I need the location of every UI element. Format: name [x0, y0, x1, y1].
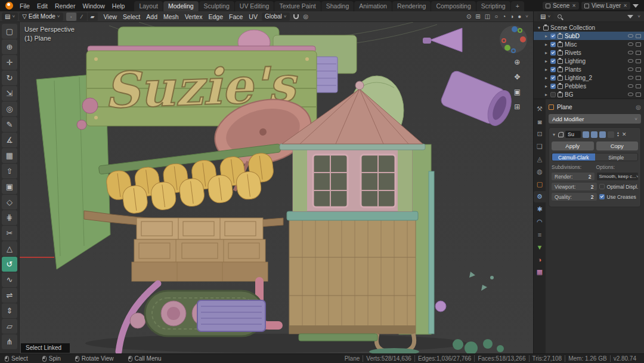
- collection-checkbox[interactable]: [550, 84, 556, 89]
- vertex-select-mode-button[interactable]: ∙: [66, 13, 76, 21]
- outliner-row-pebbles[interactable]: ▸ Pebbles: [534, 82, 644, 90]
- use-creases-checkbox[interactable]: [599, 194, 605, 199]
- collection-checkbox[interactable]: [550, 33, 556, 39]
- transform-orientation-select[interactable]: Global ˅: [262, 13, 290, 21]
- viewport-menu-edge[interactable]: Edge: [205, 13, 226, 20]
- viewport-menu-uv[interactable]: UV: [246, 13, 261, 20]
- apply-button[interactable]: Apply: [552, 141, 594, 150]
- camera-view-icon[interactable]: ▣: [514, 88, 521, 96]
- workspace-tab[interactable]: Sculpting: [199, 1, 234, 11]
- optimal-display-checkbox[interactable]: [599, 184, 605, 189]
- reorder-modifier-icons[interactable]: ▴▾: [617, 131, 619, 137]
- overlays-icon[interactable]: ⊞: [475, 13, 480, 20]
- outliner-row-lighting[interactable]: ▸ Lighting: [534, 57, 644, 65]
- hide-viewport-eye-icon[interactable]: [628, 34, 633, 38]
- filter-icon[interactable]: [633, 4, 639, 8]
- menu-window[interactable]: Window: [79, 2, 108, 10]
- scene-tab[interactable]: ◬: [534, 153, 546, 165]
- disclosure-icon[interactable]: ▸: [544, 50, 549, 56]
- disable-viewports-icon[interactable]: [636, 84, 641, 88]
- filter-dropdown-icon[interactable]: ˅: [637, 14, 640, 19]
- output-tab[interactable]: ⊡: [534, 128, 546, 140]
- particles-tab[interactable]: ✱: [534, 204, 546, 215]
- shading-solid-icon[interactable]: ◔: [502, 13, 506, 20]
- menu-file[interactable]: File: [16, 2, 33, 10]
- add-workspace-tab[interactable]: +: [511, 1, 524, 11]
- remove-modifier-icon[interactable]: ✕: [622, 131, 627, 137]
- modifiers-tab[interactable]: ⚙: [534, 191, 546, 202]
- edge-slide-tool[interactable]: ⇌: [2, 288, 17, 303]
- display-cage-toggle[interactable]: [608, 131, 614, 138]
- transform-tool[interactable]: ◎: [2, 101, 17, 116]
- collection-checkbox[interactable]: [550, 42, 556, 47]
- pin-icon[interactable]: ◎: [636, 104, 641, 110]
- axis-z-handle[interactable]: [512, 26, 518, 32]
- collapse-icon[interactable]: ▾: [552, 132, 556, 137]
- workspace-tab[interactable]: UV Editing: [235, 1, 274, 11]
- scale-tool[interactable]: ⇲: [2, 86, 17, 101]
- outliner-row-bg[interactable]: ▸ BG: [534, 90, 644, 99]
- workspace-tab[interactable]: Scripting: [476, 1, 510, 11]
- smooth-tool[interactable]: ∿: [2, 272, 17, 287]
- disable-viewports-icon[interactable]: [636, 59, 641, 63]
- outliner-row-lighting-2[interactable]: ▸ Lighting_2: [534, 73, 644, 82]
- filter-icon[interactable]: [627, 15, 633, 19]
- 3d-model-suzies-truck[interactable]: Suzie's: [20, 22, 533, 353]
- toggle-ortho-icon[interactable]: ⊞: [514, 103, 520, 111]
- navigation-gizmo[interactable]: [500, 26, 527, 53]
- loop-cut-tool[interactable]: ⋕: [2, 210, 17, 225]
- uv-smooth-select[interactable]: Smooth, keep c... ˅: [597, 173, 639, 180]
- outliner-row-rivets[interactable]: ▸ Rivets: [534, 48, 644, 57]
- disable-viewports-icon[interactable]: [636, 51, 641, 55]
- workspace-tab[interactable]: Compositing: [431, 1, 475, 11]
- inset-faces-tool[interactable]: ▣: [2, 179, 17, 194]
- disable-viewports-icon[interactable]: [636, 67, 641, 72]
- workspace-tab[interactable]: Modeling: [163, 1, 199, 11]
- disclosure-icon[interactable]: ▸: [544, 42, 549, 47]
- annotate-tool[interactable]: ✎: [2, 117, 17, 132]
- axis-x-negative-handle[interactable]: [501, 38, 506, 43]
- viewport-menu-face[interactable]: Face: [226, 13, 246, 20]
- display-realtime-toggle[interactable]: [591, 131, 597, 138]
- rotate-tool[interactable]: ↻: [2, 70, 17, 85]
- outliner-row-plants[interactable]: ▸ Plants: [534, 65, 644, 73]
- show-gizmo-icon[interactable]: ⊙: [466, 13, 471, 20]
- mode-selector[interactable]: ▽ Edit Mode ˅: [19, 13, 63, 21]
- shading-material-icon[interactable]: ◑: [510, 13, 513, 20]
- workspace-tab[interactable]: Rendering: [392, 1, 431, 11]
- xray-toggle-icon[interactable]: ◫: [485, 13, 490, 20]
- proportional-editing-icon[interactable]: ◎: [302, 13, 310, 20]
- view-layer-tab[interactable]: ❏: [534, 141, 546, 152]
- view-layer-selector[interactable]: View Layer ✕: [581, 2, 630, 10]
- outliner-editor-type-button[interactable]: ▤ ˅: [537, 13, 553, 21]
- axis-y-handle[interactable]: [504, 45, 510, 51]
- collection-checkbox[interactable]: [550, 59, 556, 64]
- poly-build-tool[interactable]: △: [2, 241, 17, 256]
- shading-rendered-icon[interactable]: ●: [518, 13, 521, 20]
- disclosure-icon[interactable]: ▸: [544, 33, 549, 39]
- shear-tool[interactable]: ▱: [2, 319, 17, 334]
- extrude-region-tool[interactable]: ⇧: [2, 164, 17, 179]
- world-tab[interactable]: ◍: [534, 166, 546, 177]
- disable-viewports-icon[interactable]: [636, 34, 641, 38]
- shading-dropdown-icon[interactable]: ˅: [525, 14, 528, 19]
- tool-tab[interactable]: ⚒: [534, 103, 546, 115]
- collection-checkbox[interactable]: [550, 92, 556, 97]
- editor-type-button[interactable]: ▤ ˅: [2, 13, 18, 21]
- hide-viewport-eye-icon[interactable]: [628, 76, 633, 79]
- outliner-row-scene-collection[interactable]: ▾ Scene Collection: [534, 23, 644, 32]
- hide-viewport-eye-icon[interactable]: [628, 93, 633, 96]
- physics-tab[interactable]: ◠: [534, 216, 546, 227]
- blender-logo-icon[interactable]: [5, 2, 13, 10]
- shrink-fatten-tool[interactable]: ⇕: [2, 303, 17, 318]
- workspace-tab[interactable]: Shading: [321, 1, 354, 11]
- collection-checkbox[interactable]: [550, 67, 556, 72]
- knife-tool[interactable]: ✂: [2, 226, 17, 241]
- axis-x-handle[interactable]: [520, 36, 526, 42]
- add-modifier-button[interactable]: Add Modifier ˅: [549, 114, 641, 124]
- disclosure-icon[interactable]: ▸: [544, 84, 549, 89]
- render-subdivisions-field[interactable]: Render: 2: [552, 173, 595, 180]
- object-data-tab[interactable]: ▼: [534, 241, 546, 253]
- viewport-subdivisions-field[interactable]: Viewport: 2: [552, 183, 597, 190]
- pan-hand-icon[interactable]: ✥: [514, 73, 520, 81]
